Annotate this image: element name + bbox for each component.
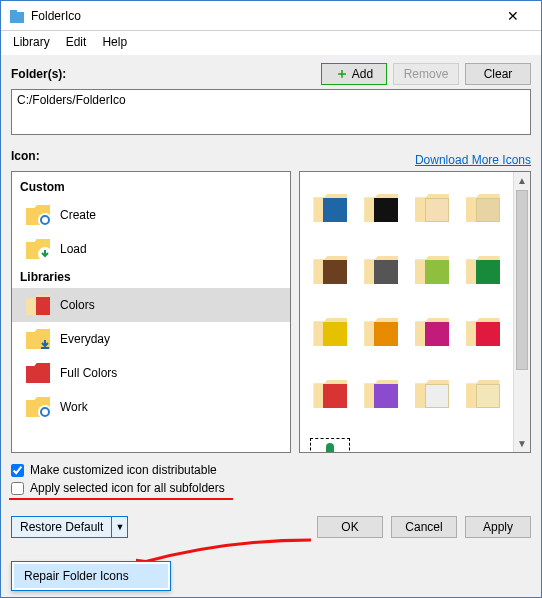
check-subfolders[interactable]: Apply selected icon for all subfolders	[11, 479, 531, 497]
icon-grid-item[interactable]	[415, 256, 449, 284]
folder-download-icon	[26, 328, 50, 350]
menu-item-repair-folder-icons[interactable]: Repair Folder Icons	[14, 564, 168, 588]
folders-label: Folder(s):	[11, 63, 66, 85]
apply-label: Apply	[483, 520, 513, 534]
add-button[interactable]: ＋ Add	[321, 63, 387, 85]
ok-label: OK	[341, 520, 358, 534]
icon-grid-item-selected[interactable]	[310, 438, 350, 453]
window: FolderIco ✕ Library Edit Help Folder(s):…	[0, 0, 542, 598]
scroll-down-icon[interactable]: ▼	[514, 435, 530, 452]
svg-rect-1	[10, 10, 17, 13]
svg-point-3	[41, 408, 49, 416]
gear-icon	[26, 204, 50, 226]
sidebar-item-work[interactable]: Work	[12, 390, 290, 424]
check-label: Apply selected icon for all subfolders	[30, 481, 225, 495]
sidebar-item-label: Everyday	[60, 332, 110, 346]
sidebar-item-label: Create	[60, 208, 96, 222]
sidebar-item-colors[interactable]: Colors	[12, 288, 290, 322]
icon-grid-item[interactable]	[466, 256, 500, 284]
bottom-button-row: Restore Default ▼ OK Cancel Apply	[1, 506, 541, 538]
remove-button: Remove	[393, 63, 459, 85]
icon-grid-item[interactable]	[415, 318, 449, 346]
icon-grid-item[interactable]	[364, 318, 398, 346]
menu-item-label: Repair Folder Icons	[24, 569, 129, 583]
svg-rect-0	[10, 12, 24, 23]
checkbox-subfolders[interactable]	[11, 482, 24, 495]
app-icon	[9, 8, 25, 24]
folder-path-item[interactable]: C:/Folders/FolderIco	[17, 93, 525, 107]
menu-edit[interactable]: Edit	[66, 35, 87, 49]
folder-red-icon	[26, 294, 50, 316]
icon-grid-item[interactable]	[466, 318, 500, 346]
folders-listbox[interactable]: C:/Folders/FolderIco	[11, 89, 531, 135]
apply-button[interactable]: Apply	[465, 516, 531, 538]
sidebar-item-create[interactable]: Create	[12, 198, 290, 232]
icon-grid-item[interactable]	[466, 380, 500, 408]
icon-grid-item[interactable]	[415, 194, 449, 222]
icon-label: Icon:	[11, 145, 40, 167]
svg-point-2	[41, 216, 49, 224]
scrollbar[interactable]: ▲ ▼	[513, 172, 530, 452]
icon-grid-item[interactable]	[415, 380, 449, 408]
panels: Custom Create Load Libraries	[11, 171, 531, 453]
download-icon	[26, 238, 50, 260]
scroll-thumb[interactable]	[516, 190, 528, 370]
checkbox-distributable[interactable]	[11, 464, 24, 477]
chevron-down-icon[interactable]: ▼	[111, 517, 127, 537]
menu-library[interactable]: Library	[13, 35, 50, 49]
plus-icon: ＋	[335, 65, 349, 83]
cancel-label: Cancel	[405, 520, 442, 534]
sidebar-item-full-colors[interactable]: Full Colors	[12, 356, 290, 390]
icon-grid-panel: ▲ ▼	[299, 171, 531, 453]
scroll-up-icon[interactable]: ▲	[514, 172, 530, 189]
close-button[interactable]: ✕	[493, 1, 533, 30]
download-more-icons-link[interactable]: Download More Icons	[415, 153, 531, 167]
content: Folder(s): ＋ Add Remove Clear C:/Folders…	[1, 55, 541, 506]
icon-grid-item[interactable]	[364, 194, 398, 222]
custom-header: Custom	[12, 176, 290, 198]
sidebar-item-label: Colors	[60, 298, 95, 312]
icon-grid-item[interactable]	[313, 380, 347, 408]
icon-grid-item[interactable]	[364, 256, 398, 284]
cancel-button[interactable]: Cancel	[391, 516, 457, 538]
restore-default-menu: Repair Folder Icons	[11, 561, 171, 591]
folders-header-row: Folder(s): ＋ Add Remove Clear	[11, 63, 531, 85]
icon-grid	[300, 172, 513, 452]
clear-button[interactable]: Clear	[465, 63, 531, 85]
folder-solid-red-icon	[26, 362, 50, 384]
checkbox-section: Make customized icon distributable Apply…	[11, 461, 531, 500]
check-label: Make customized icon distributable	[30, 463, 217, 477]
sidebar-item-everyday[interactable]: Everyday	[12, 322, 290, 356]
restore-default-label: Restore Default	[12, 517, 111, 537]
add-button-label: Add	[352, 67, 373, 81]
icon-grid-item[interactable]	[466, 194, 500, 222]
icon-grid-item[interactable]	[313, 194, 347, 222]
gear-icon	[26, 396, 50, 418]
check-distributable[interactable]: Make customized icon distributable	[11, 461, 531, 479]
cross-icon	[317, 443, 343, 453]
icon-grid-item[interactable]	[313, 256, 347, 284]
icon-grid-item[interactable]	[313, 318, 347, 346]
sidebar-item-label: Full Colors	[60, 366, 117, 380]
remove-button-label: Remove	[404, 67, 449, 81]
restore-default-splitbutton[interactable]: Restore Default ▼	[11, 516, 128, 538]
libraries-header: Libraries	[12, 266, 290, 288]
ok-button[interactable]: OK	[317, 516, 383, 538]
titlebar: FolderIco ✕	[1, 1, 541, 31]
sidebar-item-label: Load	[60, 242, 87, 256]
menubar: Library Edit Help	[1, 31, 541, 55]
annotation-underline	[9, 498, 233, 500]
icon-grid-item[interactable]	[364, 380, 398, 408]
dialog-buttons: OK Cancel Apply	[317, 516, 531, 538]
clear-button-label: Clear	[484, 67, 513, 81]
sidebar-item-label: Work	[60, 400, 88, 414]
folder-buttons: ＋ Add Remove Clear	[321, 63, 531, 85]
sidebar-item-load[interactable]: Load	[12, 232, 290, 266]
icon-header-row: Icon: Download More Icons	[11, 145, 531, 167]
window-title: FolderIco	[31, 9, 493, 23]
menu-help[interactable]: Help	[102, 35, 127, 49]
category-panel: Custom Create Load Libraries	[11, 171, 291, 453]
